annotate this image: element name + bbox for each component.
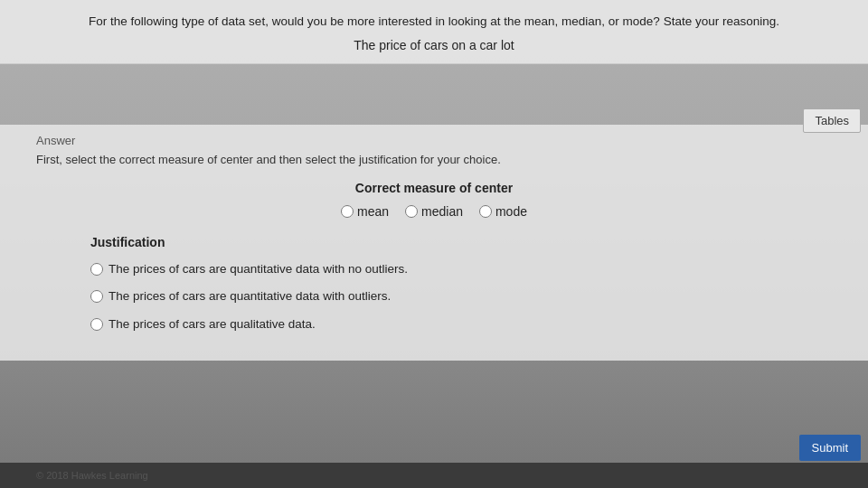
question-prompt: For the following type of data set, woul… (36, 13, 832, 31)
justification-radio-with-outliers[interactable] (90, 290, 103, 303)
copyright-text: © 2018 Hawkes Learning (36, 470, 148, 481)
measure-center-title: Correct measure of center (36, 181, 832, 195)
justification-label-with-outliers: The prices of cars are quantitative data… (108, 287, 391, 305)
justification-section: Justification The prices of cars are qua… (36, 235, 832, 333)
measure-option-mean[interactable]: mean (341, 204, 389, 219)
justification-label-qualitative: The prices of cars are qualitative data. (108, 315, 316, 333)
measure-radio-median[interactable] (405, 205, 418, 218)
instruction-text: First, select the correct measure of cen… (36, 153, 832, 166)
bottom-bar: © 2018 Hawkes Learning (0, 463, 868, 488)
justification-label-no-outliers: The prices of cars are quantitative data… (108, 260, 408, 278)
measure-label-mean: mean (357, 204, 389, 219)
measure-label-mode: mode (495, 204, 527, 219)
tables-button[interactable]: Tables (803, 108, 861, 133)
measure-label-median: median (421, 204, 463, 219)
justification-option-with-outliers[interactable]: The prices of cars are quantitative data… (90, 287, 832, 305)
measure-option-median[interactable]: median (405, 204, 463, 219)
measure-radio-mode[interactable] (479, 205, 492, 218)
measure-center-section: Correct measure of center mean median mo… (36, 181, 832, 219)
answer-section: Answer First, select the correct measure… (0, 125, 868, 361)
main-panel: For the following type of data set, woul… (0, 0, 868, 488)
measure-option-mode[interactable]: mode (479, 204, 527, 219)
measure-radio-mean[interactable] (341, 205, 354, 218)
justification-option-no-outliers[interactable]: The prices of cars are quantitative data… (90, 260, 832, 278)
submit-button[interactable]: Submit (799, 435, 861, 461)
justification-option-qualitative[interactable]: The prices of cars are qualitative data. (90, 315, 832, 333)
measure-radio-group: mean median mode (36, 204, 832, 219)
justification-radio-no-outliers[interactable] (90, 263, 103, 276)
question-dataset: The price of cars on a car lot (36, 38, 832, 52)
justification-radio-qualitative[interactable] (90, 318, 103, 331)
question-banner: For the following type of data set, woul… (0, 0, 868, 64)
answer-label: Answer (36, 134, 832, 147)
justification-title: Justification (90, 235, 832, 249)
